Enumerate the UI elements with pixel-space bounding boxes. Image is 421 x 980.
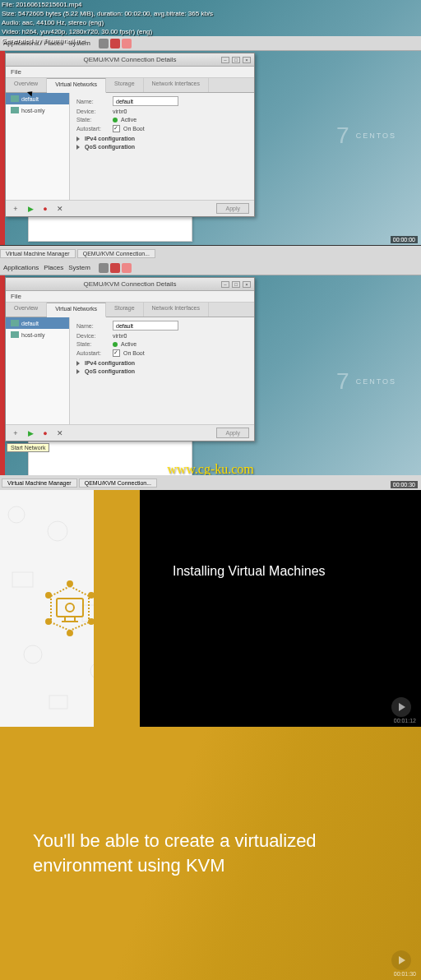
- minimize-button[interactable]: –: [221, 281, 229, 288]
- slide-left-graphic: [0, 490, 140, 727]
- add-network-button[interactable]: +: [11, 204, 21, 214]
- tab-overview[interactable]: Overview: [6, 78, 47, 92]
- name-input[interactable]: [113, 321, 178, 331]
- tab-network-interfaces[interactable]: Network Interfaces: [144, 303, 209, 317]
- name-input[interactable]: [113, 96, 178, 106]
- autostart-value: On Boot: [123, 350, 145, 356]
- stop-network-button[interactable]: ●: [40, 428, 50, 438]
- ipv4-config[interactable]: IPv4 configuration: [85, 136, 135, 141]
- autostart-checkbox[interactable]: [113, 349, 120, 357]
- window-body: default host-only Name: Device:virbr0 St…: [6, 93, 254, 200]
- svg-point-14: [89, 593, 94, 598]
- network-details: Name: Device:virbr0 State:Active Autosta…: [70, 317, 254, 424]
- label-state: State:: [76, 117, 109, 122]
- centos-logo: 7 CENTOS: [336, 368, 396, 395]
- taskbar-top: Virtual Machine Manager QEMU/KVM Connect…: [0, 246, 421, 261]
- kvm-connection-window: QEMU/KVM Connection Details – □ × File O…: [5, 53, 255, 217]
- sidebar-item-default[interactable]: default: [6, 93, 69, 104]
- label-state: State:: [76, 341, 109, 347]
- expand-icon[interactable]: [76, 145, 80, 150]
- tray-icon[interactable]: [99, 263, 109, 273]
- state-value: Active: [121, 117, 136, 122]
- timestamp: 00:00:30: [391, 481, 418, 488]
- window-titlebar[interactable]: QEMU/KVM Connection Details – □ ×: [6, 278, 254, 291]
- start-network-button[interactable]: ▶: [25, 204, 35, 214]
- delete-network-button[interactable]: ✕: [55, 204, 65, 214]
- ipv4-config[interactable]: IPv4 configuration: [85, 360, 135, 366]
- svg-point-5: [24, 645, 42, 663]
- svg-point-13: [67, 581, 72, 586]
- tray-icon[interactable]: [122, 263, 132, 273]
- expand-icon[interactable]: [76, 136, 80, 141]
- tray-icons: [99, 263, 132, 273]
- apply-button[interactable]: Apply: [216, 203, 249, 214]
- tab-network-interfaces[interactable]: Network Interfaces: [144, 78, 209, 92]
- centos-7: 7: [336, 368, 351, 395]
- apply-button[interactable]: Apply: [216, 428, 249, 438]
- qos-config[interactable]: QoS configuration: [85, 368, 135, 374]
- close-button[interactable]: ×: [243, 57, 251, 63]
- maximize-button[interactable]: □: [232, 281, 240, 288]
- gnome-topbar: Applications Places System: [0, 261, 421, 275]
- network-sidebar: default host-only: [6, 317, 70, 424]
- centos-7: 7: [336, 122, 351, 149]
- start-network-button[interactable]: ▶: [25, 428, 35, 438]
- svg-point-12: [66, 603, 74, 612]
- tab-virtual-networks[interactable]: Virtual Networks: [47, 303, 106, 317]
- minimize-button[interactable]: –: [221, 57, 229, 63]
- menu-file[interactable]: File: [11, 68, 21, 76]
- sidebar-item-default[interactable]: default: [6, 317, 69, 329]
- svg-rect-3: [12, 572, 33, 587]
- window-bottombar: + ▶ ● ✕ Apply: [6, 200, 254, 216]
- tab-storage[interactable]: Storage: [106, 78, 144, 92]
- slide-text: You'll be able to create a virtualized e…: [33, 829, 388, 877]
- expand-icon[interactable]: [76, 369, 80, 374]
- add-network-button[interactable]: +: [11, 428, 21, 438]
- stop-network-button[interactable]: ●: [40, 204, 50, 214]
- timestamp: 00:00:00: [391, 236, 418, 243]
- label-device: Device:: [76, 333, 109, 339]
- tab-overview[interactable]: Overview: [6, 303, 47, 317]
- slide-title: Installing Virtual Machines: [173, 564, 326, 579]
- qos-config[interactable]: QoS configuration: [85, 144, 135, 150]
- taskbar-item-connection[interactable]: QEMU/KVM Connection...: [79, 478, 157, 488]
- taskbar-item-vmm[interactable]: Virtual Machine Manager: [0, 249, 76, 258]
- network-icon: [11, 107, 19, 113]
- play-button-icon[interactable]: [391, 697, 411, 717]
- tabs: Overview Virtual Networks Storage Networ…: [6, 303, 254, 317]
- centos-label: CENTOS: [356, 132, 396, 140]
- label-autostart: Autostart:: [76, 126, 109, 132]
- expand-icon[interactable]: [76, 361, 80, 366]
- sidebar-item-hostonly[interactable]: host-only: [6, 104, 69, 116]
- maximize-button[interactable]: □: [232, 57, 240, 63]
- slide-right: Installing Virtual Machines: [140, 490, 421, 727]
- meta-line: Video: h264, yuv420p, 1280x720, 30.00 fp…: [2, 27, 213, 36]
- sidebar-item-hostonly[interactable]: host-only: [6, 329, 69, 340]
- play-button-icon[interactable]: [391, 950, 411, 970]
- svg-point-1: [48, 521, 67, 541]
- menu-system[interactable]: System: [68, 264, 90, 271]
- tab-virtual-networks[interactable]: Virtual Networks: [47, 78, 106, 93]
- autostart-checkbox[interactable]: [113, 125, 120, 132]
- state-active-icon: [113, 118, 118, 122]
- timestamp: 00:01:12: [394, 718, 416, 723]
- tray-icon[interactable]: [110, 263, 120, 273]
- meta-line: Audio: aac, 44100 Hz, stereo (eng): [2, 18, 213, 27]
- taskbar-bottom: Virtual Machine Manager QEMU/KVM Connect…: [0, 475, 421, 490]
- taskbar-item-connection[interactable]: QEMU/KVM Connection...: [77, 249, 155, 258]
- centos-label: CENTOS: [356, 377, 396, 386]
- menu-applications[interactable]: Applications: [3, 264, 39, 271]
- delete-network-button[interactable]: ✕: [55, 428, 65, 438]
- close-button[interactable]: ×: [243, 281, 251, 288]
- window-title: QEMU/KVM Connection Details: [84, 56, 177, 63]
- meta-line: Size: 5472605 bytes (5.22 MiB), duration…: [2, 9, 213, 18]
- tab-storage[interactable]: Storage: [106, 303, 144, 317]
- menu-places[interactable]: Places: [44, 264, 63, 271]
- menu-file[interactable]: File: [11, 293, 21, 300]
- network-icon: [11, 95, 19, 102]
- window-body: default host-only Name: Device:virbr0 St…: [6, 317, 254, 424]
- state-active-icon: [113, 342, 118, 347]
- taskbar-item-vmm[interactable]: Virtual Machine Manager: [2, 478, 77, 488]
- window-titlebar[interactable]: QEMU/KVM Connection Details – □ ×: [6, 53, 254, 67]
- panel-1: File: 20160615215601.mp4 Size: 5472605 b…: [0, 0, 421, 245]
